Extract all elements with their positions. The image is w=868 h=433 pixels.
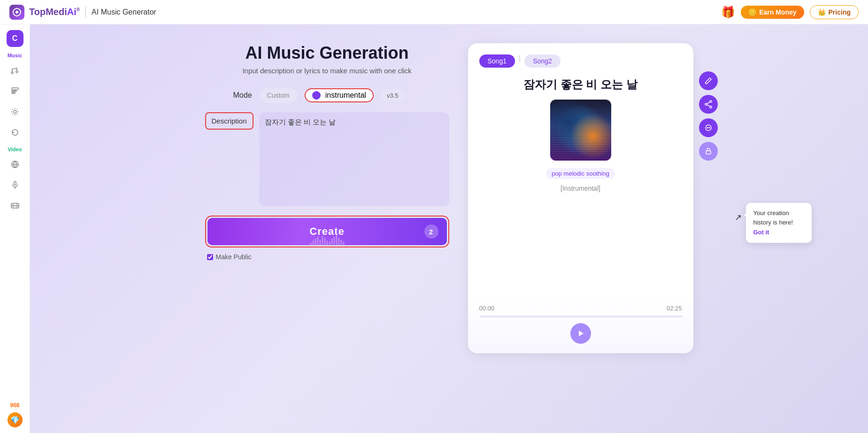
sidebar-coin-button[interactable]: 💎	[8, 412, 23, 427]
panel-actions: ↗ Your creation history is here! Got it	[699, 71, 718, 161]
content-area: AI Music Generation Input description or…	[30, 24, 868, 433]
page-title: AI Music Generator	[92, 8, 156, 16]
creation-tooltip: ↗ Your creation history is here! Got it	[746, 203, 812, 243]
make-public-checkbox[interactable]	[207, 254, 213, 260]
tooltip-text: Your creation history is here!	[753, 209, 804, 227]
svg-point-13	[705, 103, 707, 105]
sidebar: C Music	[0, 24, 30, 433]
svg-rect-15	[706, 151, 711, 154]
svg-point-1	[15, 11, 18, 14]
share-button[interactable]	[699, 95, 718, 114]
mode-instrumental-box[interactable]: instrumental	[305, 88, 374, 102]
svg-point-2	[11, 72, 13, 74]
song-tab-2[interactable]: Song2	[524, 54, 560, 68]
cursor-icon: ↗	[735, 211, 742, 224]
song-type: [Instrumental]	[479, 185, 682, 192]
tab-divider: |	[519, 54, 521, 68]
lock-button[interactable]	[699, 142, 718, 161]
make-public-label: Make Public	[216, 253, 252, 261]
song-tag-1: pop melodic soothing	[546, 168, 615, 179]
video-section-label: Video	[8, 147, 22, 152]
make-public-row: Make Public	[207, 253, 252, 261]
description-input[interactable]: 잠자기 좋은 비 오는 날	[259, 112, 449, 206]
logo[interactable]: TopMediAi®	[9, 5, 80, 20]
svg-point-12	[710, 106, 712, 108]
got-it-button[interactable]: Got it	[753, 229, 769, 236]
svg-rect-6	[12, 93, 15, 93]
song-cover	[550, 100, 611, 161]
crown-icon: 👑	[818, 8, 826, 16]
mode-custom-option[interactable]: Custom	[263, 90, 293, 101]
topnav-right: 🎁 🪙 Earn Money 👑 Pricing	[721, 5, 859, 19]
svg-rect-4	[12, 88, 18, 90]
svg-marker-16	[579, 331, 584, 336]
mode-instrumental-label: instrumental	[325, 91, 366, 100]
mode-toggle: Custom	[260, 88, 297, 103]
song-title: 잠자기 좋은 비 오는 날	[479, 77, 682, 92]
sidebar-item-video-mic[interactable]	[7, 177, 23, 193]
waveform	[310, 231, 344, 245]
sidebar-item-music[interactable]	[7, 62, 23, 79]
gift-icon[interactable]: 🎁	[721, 6, 735, 19]
wave-decoration	[550, 124, 611, 161]
svg-rect-9	[14, 181, 16, 185]
main-form: AI Music Generation Input description or…	[205, 43, 449, 261]
toggle-knob	[312, 91, 321, 100]
sidebar-avatar[interactable]: C	[7, 30, 23, 47]
song-panel: Song1 | Song2 잠자기 좋은 비 오는 날 pop melodic …	[468, 43, 693, 353]
player-progress-bar[interactable]	[479, 316, 682, 317]
player-time-end: 02:25	[667, 305, 682, 312]
logo-text: TopMediAi®	[29, 7, 80, 17]
song-tabs: Song1 | Song2	[479, 54, 682, 68]
player-controls	[479, 323, 682, 344]
player: 00:00 02:25	[468, 297, 693, 353]
sidebar-bottom: 968 💎	[8, 402, 23, 427]
create-count: 2	[424, 224, 438, 239]
player-time-start: 00:00	[479, 305, 495, 312]
create-button[interactable]: Create 2	[207, 218, 447, 245]
main-layout: C Music	[0, 24, 868, 433]
sidebar-item-history[interactable]	[7, 83, 23, 100]
player-time-row: 00:00 02:25	[479, 305, 682, 312]
svg-rect-10	[11, 203, 19, 208]
song-tab-1[interactable]: Song1	[479, 54, 515, 68]
music-section-label: Music	[8, 53, 22, 58]
song-tags: pop melodic soothing	[479, 168, 682, 179]
svg-point-7	[14, 110, 16, 113]
description-label: Description	[205, 112, 253, 130]
edit-button[interactable]	[699, 71, 718, 90]
pricing-button[interactable]: 👑 Pricing	[810, 5, 859, 19]
main-subtitle: Input description or lyrics to make musi…	[242, 67, 411, 75]
credits-count: 968	[10, 402, 19, 409]
description-row: Description 잠자기 좋은 비 오는 날	[205, 112, 449, 206]
svg-point-3	[16, 71, 18, 73]
play-button[interactable]	[570, 323, 591, 344]
create-button-wrapper: Create 2	[205, 216, 449, 247]
nav-divider	[85, 7, 86, 18]
pricing-label: Pricing	[829, 8, 851, 16]
main-title: AI Music Generation	[245, 43, 408, 63]
svg-point-11	[710, 101, 712, 102]
mode-label: Mode	[233, 91, 252, 100]
mode-row: Mode Custom instrumental v3.5	[233, 88, 404, 103]
earn-label: Earn Money	[759, 8, 796, 16]
sidebar-item-refresh[interactable]	[7, 124, 23, 141]
sidebar-item-video-film[interactable]	[7, 197, 23, 214]
coin-icon: 🪙	[748, 8, 756, 16]
version-select[interactable]: v3.5	[381, 89, 404, 102]
sidebar-item-video-globe[interactable]	[7, 156, 23, 173]
sidebar-item-settings[interactable]	[7, 103, 23, 120]
svg-rect-5	[12, 91, 16, 92]
lock-wrapper: ↗ Your creation history is here! Got it	[699, 142, 718, 161]
earn-money-button[interactable]: 🪙 Earn Money	[741, 6, 804, 19]
topnav: TopMediAi® AI Music Generator 🎁 🪙 Earn M…	[0, 0, 868, 24]
logo-icon	[9, 5, 24, 20]
audio-button[interactable]	[699, 118, 718, 137]
